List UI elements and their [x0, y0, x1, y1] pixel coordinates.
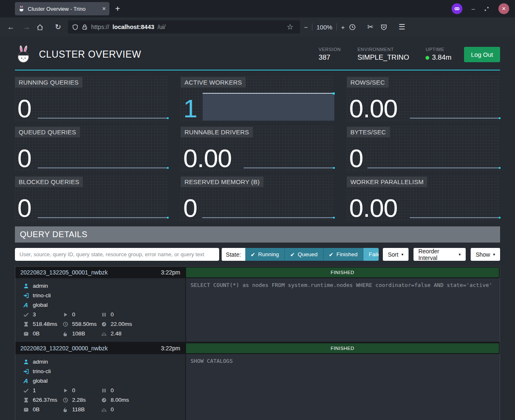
stat-value: 0.00: [183, 146, 232, 171]
log-in-icon: [23, 369, 29, 374]
show-dropdown[interactable]: Show▾: [471, 248, 500, 261]
stat-label: QUEUED QUERIES: [15, 127, 80, 137]
query-status-badge: FINISHED: [186, 343, 499, 353]
shield-icon[interactable]: [72, 24, 78, 30]
stat-card-rows-sec: ROWS/SEC 0.00: [347, 76, 500, 123]
state-running-button[interactable]: ✔Running: [245, 248, 285, 261]
home-icon[interactable]: [36, 24, 48, 31]
back-icon[interactable]: ←: [5, 23, 17, 32]
browser-titlebar: Cluster Overview - Trino ✕ + – ✕: [0, 0, 515, 17]
cpu-time: 22.00ms: [111, 321, 132, 327]
minimize-button[interactable]: –: [471, 5, 475, 12]
queued-time: 518.48ms: [33, 321, 57, 327]
version-label: VERSION: [319, 47, 341, 52]
url-host: localhost:8443: [113, 24, 155, 30]
query-sql-text: SELECT COUNT(*) as nodes FROM system.run…: [191, 282, 492, 288]
browser-tab[interactable]: Cluster Overview - Trino ✕: [15, 2, 109, 15]
resource-group-icon: A: [22, 301, 29, 308]
uptime-block: UPTIME 3.84m: [426, 47, 451, 62]
stat-label: RUNNING QUERIES: [15, 77, 82, 87]
app-header: CLUSTER OVERVIEW VERSION 387 ENVIRONMENT…: [15, 36, 500, 70]
state-filter-group: State: ✔Running ✔Queued ✔Finished Failed…: [222, 248, 379, 261]
stat-value: 1: [183, 97, 197, 121]
check-icon: ✔: [329, 251, 334, 258]
pocket-shield-icon[interactable]: [380, 24, 392, 31]
sparkline-chart: [38, 217, 168, 218]
reload-icon[interactable]: ↻: [52, 22, 64, 32]
history-clock-icon[interactable]: [349, 24, 360, 31]
memory-weight-icon: [23, 407, 29, 413]
flame-icon: [62, 407, 68, 413]
logout-button[interactable]: Log Out: [464, 47, 500, 62]
state-queued-button[interactable]: ✔Queued: [285, 248, 323, 261]
url-bar[interactable]: https://localhost:8443/ui/ ☆: [68, 20, 300, 34]
query-search-input[interactable]: [15, 248, 219, 261]
elapsed-time: 2.28s: [72, 397, 86, 403]
clock-icon: [62, 321, 68, 327]
completed-splits: 1: [33, 387, 36, 393]
query-id-link[interactable]: 20220823_132205_00001_nwbzk: [20, 269, 108, 276]
play-icon: [62, 388, 68, 393]
forward-icon[interactable]: →: [21, 23, 32, 32]
query-sql-text: SHOW CATALOGS: [191, 358, 233, 364]
stat-value: 0.00: [349, 196, 398, 221]
peak-memory: 108B: [72, 330, 85, 337]
sparkline-chart: [368, 168, 500, 168]
query-user: admin: [33, 283, 48, 289]
query-list: 20220823_132205_00001_nwbzk 3:22pm FINIS…: [15, 266, 500, 420]
stat-card-reserved-memory: RESERVED MEMORY (B) 0: [181, 176, 334, 222]
stat-card-bytes-sec: BYTES/SEC 0: [347, 126, 500, 172]
reorder-interval-dropdown[interactable]: Reorder Interval▾: [413, 248, 466, 261]
hourglass-icon: [23, 397, 29, 403]
new-tab-button[interactable]: +: [115, 4, 120, 14]
area-chart: [203, 93, 334, 121]
stat-value: 0: [349, 146, 363, 171]
stat-value: 0: [183, 196, 197, 221]
browser-toolbar: ← → ↻ https://localhost:8443/ui/ ☆ − 100…: [0, 17, 515, 36]
sparkline-chart: [202, 217, 334, 218]
queued-splits: 0: [111, 387, 114, 393]
query-resource-group: global: [33, 302, 48, 308]
stat-value: 0.00: [349, 97, 398, 121]
stat-label: RUNNABLE DRIVERS: [181, 127, 253, 137]
environment-value: SIMPLE_TRINO: [358, 53, 409, 62]
screenshot-scissors-icon[interactable]: ✂: [365, 22, 376, 32]
query-id-link[interactable]: 20220823_132202_00000_nwbzk: [20, 345, 108, 352]
cluster-meta: VERSION 387 ENVIRONMENT SIMPLE_TRINO UPT…: [319, 47, 452, 62]
hourglass-icon: [23, 321, 29, 327]
lock-warning-icon[interactable]: [82, 24, 88, 30]
peak-memory: 118B: [72, 406, 85, 413]
check-icon: ✔: [290, 251, 295, 258]
trino-favicon: [18, 5, 25, 12]
environment-block: ENVIRONMENT SIMPLE_TRINO: [358, 47, 409, 62]
version-block: VERSION 387: [319, 47, 341, 62]
pause-icon: [101, 388, 107, 393]
state-failed-dropdown[interactable]: Failed▾: [363, 248, 379, 261]
running-splits: 0: [72, 311, 75, 318]
stat-value: 0: [17, 196, 31, 221]
close-button[interactable]: ✕: [498, 3, 509, 14]
memory-weight-icon: [23, 331, 29, 337]
sort-dropdown[interactable]: Sort▾: [383, 248, 409, 261]
restore-button[interactable]: [484, 6, 489, 12]
state-filter-label: State:: [222, 248, 245, 261]
stat-label: ACTIVE WORKERS: [181, 77, 246, 87]
zoom-out-icon[interactable]: −: [304, 24, 308, 31]
query-row: 20220823_132202_00000_nwbzk 3:22pm FINIS…: [15, 342, 500, 420]
zoom-in-icon[interactable]: +: [341, 24, 345, 31]
zoom-level[interactable]: 100%: [317, 24, 332, 31]
bookmark-star-icon[interactable]: ☆: [284, 22, 296, 32]
menu-hamburger-icon[interactable]: ☰: [396, 22, 408, 32]
environment-label: ENVIRONMENT: [358, 47, 409, 52]
stat-card-running-queries: RUNNING QUERIES 0: [15, 76, 168, 123]
completed-splits: 3: [33, 311, 36, 318]
tab-close-icon[interactable]: ✕: [102, 6, 106, 12]
uptime-label: UPTIME: [426, 47, 451, 52]
cumulative-bars-icon: [101, 407, 107, 413]
private-browsing-mask-icon: [452, 3, 462, 14]
chevron-down-icon: ▾: [493, 252, 495, 257]
state-finished-button[interactable]: ✔Finished: [324, 248, 363, 261]
query-source: trino-cli: [33, 292, 51, 299]
sparkline-chart: [38, 168, 168, 168]
page-title: CLUSTER OVERVIEW: [39, 49, 141, 60]
